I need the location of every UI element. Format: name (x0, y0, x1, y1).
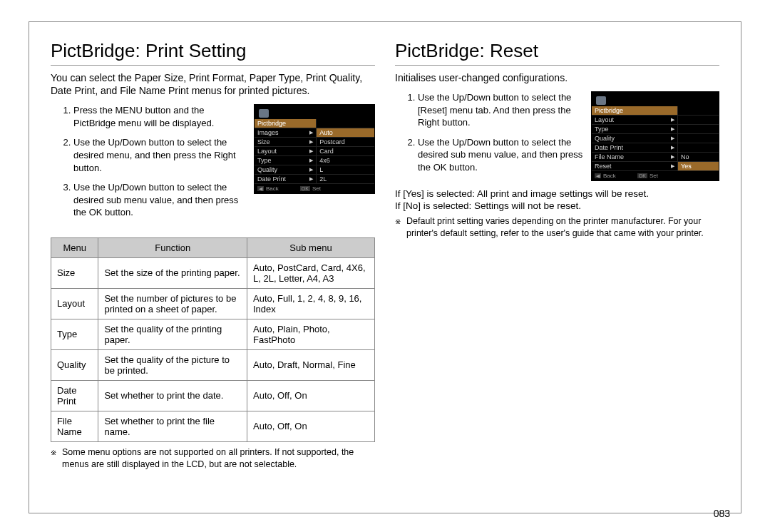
th-function: Function (98, 237, 247, 257)
scr-title-cell: Pictbridge (592, 106, 678, 115)
scr-menu-row: Quality▶L (255, 165, 374, 175)
table-row: SizeSet the size of the printing paper.A… (51, 257, 375, 288)
scr-menu-row: Size▶Postcard (255, 138, 374, 147)
cell-menu: Type (51, 319, 98, 349)
cell-menu: Date Print (51, 380, 98, 411)
step-item: Use the Up/Down button to select the des… (73, 136, 247, 174)
scr-menu-row: Layout▶ (592, 116, 719, 125)
right-intro: Initialises user-changed configurations. (395, 71, 719, 84)
scr-menu-row: Images▶Auto (255, 128, 374, 138)
table-row: Date PrintSet whether to print the date.… (51, 380, 375, 411)
left-column: PictBridge: Print Setting You can select… (51, 40, 375, 506)
right-note: ※ Default print setting varies depending… (395, 215, 719, 240)
cell-submenu: Auto, PostCard, Card, 4X6, L, 2L, Letter… (247, 257, 374, 288)
cell-menu: Layout (51, 288, 98, 319)
right-steps-block: Use the Up/Down button to select the [Re… (395, 91, 719, 181)
result-no: If [No] is selected: Settings will not b… (395, 200, 719, 211)
scr-title-cell: Pictbridge (255, 119, 317, 128)
screenshot-footer: ◀Back OKSet (592, 171, 719, 180)
cell-function: Set whether to print the date. (98, 380, 247, 411)
table-row: File NameSet whether to print the file n… (51, 411, 375, 441)
cell-menu: File Name (51, 411, 98, 441)
scr-menu-row: Type▶4x6 (255, 156, 374, 165)
cell-menu: Size (51, 257, 98, 288)
screenshot-footer: ◀Back OKSet (255, 184, 374, 193)
right-camera-screenshot: PictbridgeLayout▶Type▶Quality▶Date Print… (591, 91, 719, 181)
cell-submenu: Auto, Off, On (247, 380, 374, 411)
scr-menu-row: Date Print▶ (592, 143, 719, 153)
step-item: Use the Up/Down button to select the [Re… (418, 91, 584, 129)
scr-menu-row: Type▶ (592, 125, 719, 134)
step-item: Use the Up/Down button to select the des… (73, 181, 247, 219)
cell-submenu: Auto, Draft, Normal, Fine (247, 349, 374, 380)
cell-function: Set the number of pictures to be printed… (98, 288, 247, 319)
table-row: TypeSet the quality of the printing pape… (51, 319, 375, 349)
th-submenu: Sub menu (247, 237, 374, 257)
result-yes: If [Yes] is selected: All print and imag… (395, 188, 719, 199)
cell-function: Set the quality of the picture to be pri… (98, 349, 247, 380)
right-steps: Use the Up/Down button to select the [Re… (395, 91, 584, 180)
table-row: QualitySet the quality of the picture to… (51, 349, 375, 380)
th-menu: Menu (51, 237, 98, 257)
left-note: ※ Some menu options are not supported on… (51, 446, 375, 471)
left-intro: You can select the Paper Size, Print For… (51, 71, 375, 97)
table-row: LayoutSet the number of pictures to be p… (51, 288, 375, 319)
cell-submenu: Auto, Plain, Photo, FastPhoto (247, 319, 374, 349)
scr-menu-row: Reset▶Yes (592, 162, 719, 171)
cell-function: Set the size of the printing paper. (98, 257, 247, 288)
cell-function: Set the quality of the printing paper. (98, 319, 247, 349)
page-frame: PictBridge: Print Setting You can select… (29, 21, 741, 513)
scr-menu-row: File Name▶No (592, 153, 719, 162)
left-steps-block: Press the MENU button and the PictBridge… (51, 104, 375, 225)
scr-menu-row: Quality▶ (592, 134, 719, 143)
right-title: PictBridge: Reset (395, 40, 719, 66)
cell-submenu: Auto, Off, On (247, 411, 374, 441)
page-number: 083 (714, 508, 730, 519)
step-item: Use the Up/Down button to select the des… (418, 136, 584, 174)
left-camera-screenshot: PictbridgeImages▶AutoSize▶PostcardLayout… (254, 104, 375, 194)
left-steps: Press the MENU button and the PictBridge… (51, 104, 247, 225)
cell-menu: Quality (51, 349, 98, 380)
left-title: PictBridge: Print Setting (51, 40, 375, 66)
pictbridge-icon (596, 96, 606, 105)
print-settings-table: Menu Function Sub menu SizeSet the size … (51, 237, 375, 442)
cell-submenu: Auto, Full, 1, 2, 4, 8, 9, 16, Index (247, 288, 374, 319)
pictbridge-icon (259, 109, 269, 118)
right-column: PictBridge: Reset Initialises user-chang… (395, 40, 719, 506)
scr-menu-row: Date Print▶2L (255, 175, 374, 184)
step-item: Press the MENU button and the PictBridge… (73, 104, 247, 129)
scr-menu-row: Layout▶Card (255, 147, 374, 156)
cell-function: Set whether to print the file name. (98, 411, 247, 441)
